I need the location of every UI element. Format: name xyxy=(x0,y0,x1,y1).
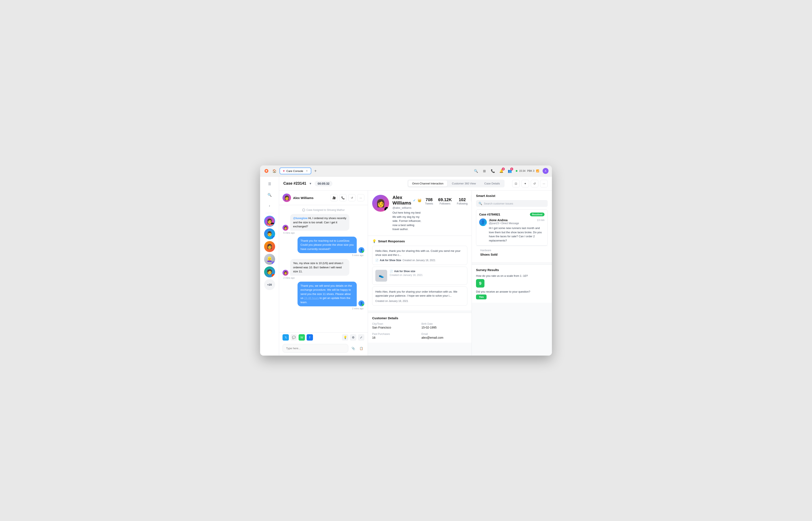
smart-assist-panel: Smart Assist 🔍 Case #3784921 Resolved xyxy=(472,190,552,356)
agent-avatar-2[interactable]: 👨 f xyxy=(264,228,275,240)
chat-input-area: 📎 📋 xyxy=(279,342,368,356)
message-group-1: 👩 @luxeglow Hi, I ordered my shoes recen… xyxy=(282,214,364,234)
refresh-chat-button[interactable]: ↺ xyxy=(348,194,356,201)
template-button[interactable]: 📋 xyxy=(358,345,364,352)
refresh-button[interactable]: ↺ xyxy=(531,180,538,187)
agent-avatar-4[interactable]: 👱‍♀️ V xyxy=(264,254,275,265)
active-tab[interactable]: ♥ Care Console ✕ xyxy=(280,167,311,174)
profile-info: Alex Williams ✓ 👑 @alex_williams Out her… xyxy=(392,195,422,231)
hardware-value: Shoes Sold xyxy=(480,253,543,256)
whatsapp-channel-button[interactable]: W xyxy=(299,334,305,341)
customer-details-section: Customer Details City/Town San Francisco… xyxy=(368,313,472,343)
chat-input[interactable] xyxy=(282,344,348,353)
reddit-platform-badge: r xyxy=(272,274,275,277)
doc-icon-1: 📄 xyxy=(375,259,379,262)
survey-answer-badge: Yes xyxy=(476,295,487,299)
phone-icon[interactable]: 📞 xyxy=(490,168,495,174)
response-card-3[interactable]: Hello Alex, thank you for sharing your o… xyxy=(372,287,467,306)
facebook-channel-button[interactable]: f xyxy=(306,334,313,341)
suggestions-button[interactable]: 💡 xyxy=(342,334,348,341)
msg-link[interactable]: 24-48 hours xyxy=(304,296,319,300)
case-card-header: Case #3784921 Resolved xyxy=(479,212,544,216)
case-timer: 00:05:32 xyxy=(315,181,333,186)
notification-icon[interactable]: 🔔 8 xyxy=(499,168,504,174)
browser-actions: 🔍 ⊞ 📞 🔔 8 👥 8 15:34 PBK 3 📶 A xyxy=(473,168,549,174)
city-value: San Francisco xyxy=(372,326,418,329)
sidebar-search-button[interactable]: 🔍 xyxy=(265,190,274,200)
case-person-info: Jione Andrea 13 min @joan23 • Direct Mes… xyxy=(489,219,544,243)
message-row-2: 👤 ✓ Thank you for reaching out to LuxeGl… xyxy=(282,236,364,253)
grid-icon[interactable]: ⊞ xyxy=(482,168,487,174)
more-agents-button[interactable]: +20 xyxy=(264,279,275,290)
case-time: 13 min xyxy=(537,219,544,222)
birthdate-label: Birth Date xyxy=(422,322,467,325)
toolbar-right-actions: 💡 ⚙ ⤢ xyxy=(342,334,364,341)
header-actions: ⊡ ✦ ↺ ··· xyxy=(512,180,548,187)
left-sidebar: ☰ 🔍 › 👩 𝕏 10m 32s 👨 f 👩 👱‍♀️ V xyxy=(260,177,279,356)
attachment-button[interactable]: 📎 xyxy=(350,345,356,352)
voice-call-button[interactable]: 📞 xyxy=(339,194,347,201)
system-msg-icon: i xyxy=(302,208,305,211)
profile-section: 👩 𝕏 Alex Williams ✓ 👑 @alex_williams Out… xyxy=(368,190,472,236)
response-card-1[interactable]: Hello Alex, thank you for sharing this w… xyxy=(372,246,467,265)
followers-label: Followers xyxy=(438,202,452,205)
tweets-count: 708 xyxy=(425,197,433,202)
resolved-badge: Resolved xyxy=(530,212,544,216)
followers-stat: 69.12K Followers xyxy=(438,197,452,205)
tools-button[interactable]: ⚙ xyxy=(350,334,356,341)
message-group-2: 👤 ✓ Thank you for reaching out to LuxeGl… xyxy=(282,236,364,257)
search-browser-icon[interactable]: 🔍 xyxy=(473,168,478,174)
chat-more-button[interactable]: ··· xyxy=(357,194,364,201)
response-meta-1: 📄 Ask for Shoe Size Created on January 1… xyxy=(375,259,464,262)
hamburger-menu-button[interactable]: ☰ xyxy=(265,179,274,188)
smart-assist-search-input[interactable] xyxy=(484,202,545,205)
agent-avatar-3[interactable]: 👩 xyxy=(264,241,275,252)
purchases-detail: Past Purchases 16 xyxy=(372,333,418,339)
response-card-2[interactable]: 👟 📄 Ask for Shoe size Created on January… xyxy=(372,267,467,285)
user-avatar[interactable]: A xyxy=(542,168,549,174)
chat-channel-button[interactable]: 💬 xyxy=(291,334,297,341)
msg-time-2: 5 mins ago xyxy=(282,254,364,256)
agent-timer-badge: 10m 32s xyxy=(265,224,274,226)
tweets-stat: 708 Tweets xyxy=(425,197,433,205)
email-detail: Email alex@email.com xyxy=(422,333,467,339)
agent-avatar-active[interactable]: 👩 𝕏 10m 32s xyxy=(264,216,275,227)
expand-button[interactable]: ⤢ xyxy=(358,334,364,341)
following-label: Following xyxy=(457,202,468,205)
tab-close-icon[interactable]: ✕ xyxy=(306,169,308,173)
case-person-name: Jione Andrea xyxy=(489,219,508,222)
survey-score: 9 xyxy=(476,279,485,288)
email-value: alex@email.com xyxy=(422,336,467,339)
twitter-channel-button[interactable]: 𝕏 xyxy=(282,334,289,341)
msg-avatar-1: 👩 xyxy=(282,225,289,231)
message-bubble-3: Yes, my shoe size is 10 (US) and shoes I… xyxy=(290,259,349,276)
tab-omni-channel[interactable]: Omni-Channel Interaction xyxy=(408,180,447,186)
response-text-1: Hello Alex, thank you for sharing this w… xyxy=(375,249,464,257)
home-button[interactable]: 🏠 xyxy=(272,168,277,174)
hardware-label: Hardware xyxy=(480,249,543,252)
magic-wand-button[interactable]: ✦ xyxy=(521,180,529,187)
message-bubble-2: Thank you for reaching out to LuxeGlow. … xyxy=(298,236,357,253)
sidebar-expand-button[interactable]: › xyxy=(265,201,274,210)
crown-icon: 👑 xyxy=(418,198,422,202)
response-image: 👟 xyxy=(375,270,387,281)
tab-case-details[interactable]: Case Details xyxy=(480,180,504,186)
fb-platform-badge: f xyxy=(272,236,275,240)
case-dropdown-button[interactable]: ▾ xyxy=(309,181,311,185)
split-view-button[interactable]: ⊡ xyxy=(512,180,520,187)
survey-title: Survey Results xyxy=(476,268,548,272)
more-options-button[interactable]: ··· xyxy=(540,180,548,187)
tab-customer-360[interactable]: Customer 360 View xyxy=(448,180,479,186)
case-person-avatar: 👤 𝕏 xyxy=(479,219,487,226)
new-tab-button[interactable]: + xyxy=(313,168,318,174)
main-layout: ☰ 🔍 › 👩 𝕏 10m 32s 👨 f 👩 👱‍♀️ V xyxy=(260,177,552,356)
video-call-button[interactable]: 🎥 xyxy=(330,194,338,201)
chat-user-avatar: 👩 xyxy=(282,194,291,202)
message-group-3: 👩 Yes, my shoe size is 10 (US) and shoes… xyxy=(282,259,364,279)
agent-avatar-5[interactable]: 🧑 r xyxy=(264,266,275,277)
profile-name: Alex Williams xyxy=(392,195,411,206)
sidebar-divider xyxy=(265,213,274,213)
team-icon[interactable]: 👥 8 xyxy=(507,168,512,174)
response-meta-3: Created on January 18, 2021 xyxy=(375,300,464,302)
profile-avatar: 👩 𝕏 xyxy=(372,195,389,212)
